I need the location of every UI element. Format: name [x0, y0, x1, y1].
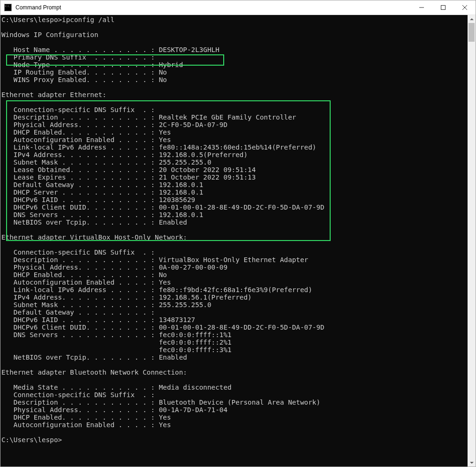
scroll-down-button[interactable] — [468, 459, 476, 467]
close-button[interactable] — [454, 0, 476, 15]
svg-marker-4 — [470, 18, 474, 20]
svg-rect-1 — [441, 6, 446, 10]
cmd-icon — [4, 4, 12, 11]
scrollbar[interactable] — [468, 15, 476, 467]
terminal-output[interactable]: C:\Users\lespo>ipconfig /all Windows IP … — [0, 15, 468, 467]
title-bar[interactable]: Command Prompt — [0, 0, 476, 15]
svg-marker-5 — [470, 462, 474, 464]
scroll-thumb[interactable] — [468, 23, 475, 42]
scroll-up-button[interactable] — [468, 15, 476, 23]
maximize-button[interactable] — [432, 0, 454, 15]
window-title: Command Prompt — [15, 4, 61, 11]
terminal-area[interactable]: C:\Users\lespo>ipconfig /all Windows IP … — [0, 15, 476, 467]
minimize-button[interactable] — [411, 0, 432, 15]
